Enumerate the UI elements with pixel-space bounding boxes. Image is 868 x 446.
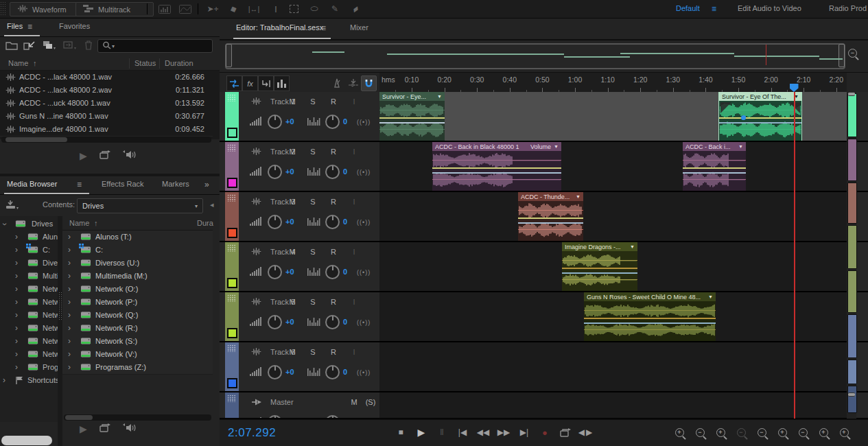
transport-skip-to-start-button[interactable]: |◀ [454,425,471,439]
chevron-right-icon[interactable]: › [68,284,71,294]
track-record-arm-button[interactable]: R [328,348,339,356]
volume-knob[interactable] [268,115,282,129]
file-row[interactable]: Imagine...der 48000 1.wav0:09.452 [0,123,213,137]
track-color-strip[interactable] [225,92,239,141]
contents-dropdown[interactable]: Drives ▾ [77,198,203,213]
tab-editor[interactable]: Editor: TrabalhoFinal.sesx [236,23,323,32]
volume-value[interactable]: +0 [285,117,294,126]
navigator-track-segment[interactable] [847,139,857,181]
audio-clip[interactable]: Guns N Roses - Sweet Child O Mine 48...▼ [584,292,716,341]
chevron-right-icon[interactable]: › [15,271,18,281]
scrollbar-thumb[interactable] [65,415,93,420]
track-grip[interactable] [227,294,236,302]
splitter-grip[interactable] [58,292,62,320]
open-file-icon[interactable] [5,40,18,50]
file-row[interactable]: ACDC - ...uck 48000 1.wav0:13.592 [0,97,213,110]
track-grip[interactable] [227,144,236,152]
move-tool-icon[interactable]: ➤✛ [204,2,221,16]
track-grip[interactable] [227,94,236,102]
pan-knob[interactable] [325,265,340,279]
workspace-menu-icon[interactable]: ≡ [712,4,716,14]
track-solo-button[interactable]: S [307,248,318,256]
envelope-keyframe[interactable] [741,115,746,120]
audio-clip[interactable]: ACDC - Back in Black 48000 1Volume▼ [432,142,561,191]
chevron-right-icon[interactable]: › [68,232,71,242]
track-color-badge[interactable] [227,278,237,288]
tab-markers[interactable]: Markers [162,180,189,188]
clip-header[interactable]: Survivor - Eye Of The...▼ [719,92,801,101]
search-input[interactable]: ▾ [97,39,213,53]
track-lane[interactable] [379,342,847,391]
media-browser-menu-icon[interactable]: ≡ [77,180,82,189]
track-mute-button[interactable]: M [287,148,298,156]
tree-horizontal-scrollbar-thumb[interactable] [1,436,52,445]
audio-clip[interactable]: Survivor - Eye...▼ [379,92,445,141]
chevron-right-icon[interactable]: › [68,362,71,372]
import-file-icon[interactable] [23,40,36,50]
audio-clip-selected[interactable]: Survivor - Eye Of The...▼ [719,92,801,141]
transport-fast-forward-button[interactable]: ▶▶ [495,425,512,439]
clip-header[interactable]: ACDC - Thunde...▼ [518,192,583,201]
clip-pan-envelope[interactable] [584,322,716,324]
preview-play-button[interactable]: ▶ [80,423,87,434]
transport-play-button[interactable]: ▶ [413,425,430,439]
pan-knob[interactable] [325,115,340,129]
track-monitor-button[interactable]: I [349,298,360,306]
clip-pan-envelope[interactable] [432,172,561,174]
track-color-strip[interactable] [225,392,239,418]
clip-dropdown-icon[interactable]: ▼ [576,194,580,199]
tab-media-browser[interactable]: Media Browser [7,180,57,188]
fx-button[interactable]: fx [242,75,258,91]
fade-in-handle[interactable] [720,102,731,113]
paintbrush-tool-icon[interactable]: ✎ [327,2,343,16]
preview-loop-button[interactable] [99,423,110,434]
navigator-track-segment[interactable] [847,360,857,384]
volume-knob[interactable] [268,315,282,329]
chevron-right-icon[interactable]: › [15,310,18,320]
overview-left-handle[interactable] [226,44,232,67]
clip-pan-envelope[interactable] [562,272,637,274]
track-solo-button[interactable]: S [307,198,318,206]
clip-header[interactable]: ACDC - Back in Black 48000 1Volume▼ [432,142,561,151]
files-panel-menu-icon[interactable]: ≡ [27,22,32,32]
clip-volume-envelope[interactable] [584,318,716,319]
pan-value[interactable]: 0 [343,318,347,326]
tab-favorites[interactable]: Favorites [59,22,90,30]
track-color-strip[interactable] [225,142,239,191]
preview-play-button[interactable]: ▶ [80,150,87,161]
drive-list-row[interactable]: ›Alunos (T:) [62,231,213,244]
panel-collapse-icon[interactable]: ◂ [210,200,214,209]
toolbar-grip[interactable] [0,1,6,16]
workspace-tab-edit-audio-to-video[interactable]: Edit Audio to Video [738,4,801,12]
track-color-strip[interactable] [225,242,239,291]
file-row[interactable]: ACDC - ...lack 48000 1.wav0:26.666 [0,71,213,84]
track-mute-button[interactable]: M [287,348,298,356]
file-row[interactable]: ACDC - ...lack 48000 2.wav0:11.321 [0,84,213,97]
column-duration[interactable]: Dura [197,219,213,227]
volume-value[interactable]: +0 [285,268,294,276]
track-monitor-button[interactable]: I [349,198,360,206]
clip-header[interactable]: ACDC - Back i...▼ [683,142,746,151]
audio-clip[interactable]: Imagine Dragons -...▼ [562,242,637,291]
volume-knob[interactable] [268,265,282,279]
column-status[interactable]: Status [134,59,156,67]
workspace-tab-default[interactable]: Default [676,4,700,12]
navigator-track-segment[interactable] [847,314,857,358]
navigator-track-segment[interactable] [847,270,857,313]
volume-value[interactable]: +0 [285,318,294,326]
chevron-right-icon[interactable]: › [3,375,5,385]
transport-loop-playback-button[interactable] [557,425,574,439]
volume-value[interactable]: +0 [285,167,294,176]
spot-healing-brush-tool-icon[interactable]: ▰ [344,0,366,19]
skip-playhead-icon[interactable] [346,75,360,90]
media-horizontal-scrollbar[interactable] [64,414,211,421]
tree-item-drive[interactable]: ›Diversos (U:) [0,257,58,270]
show-spectral-icon[interactable] [177,2,193,16]
column-name[interactable]: Name [69,219,89,227]
track-lane[interactable]: ACDC - Back in Black 48000 1Volume▼ACDC … [379,142,847,191]
drive-list-row[interactable]: ›C: [62,244,213,257]
clip-pan-envelope[interactable] [379,122,445,124]
transport-rewind-button[interactable]: ◀◀ [475,425,491,439]
zoom-in-at-in-point-button[interactable]: + [774,426,790,438]
clip-header[interactable]: Guns N Roses - Sweet Child O Mine 48...▼ [584,292,716,301]
